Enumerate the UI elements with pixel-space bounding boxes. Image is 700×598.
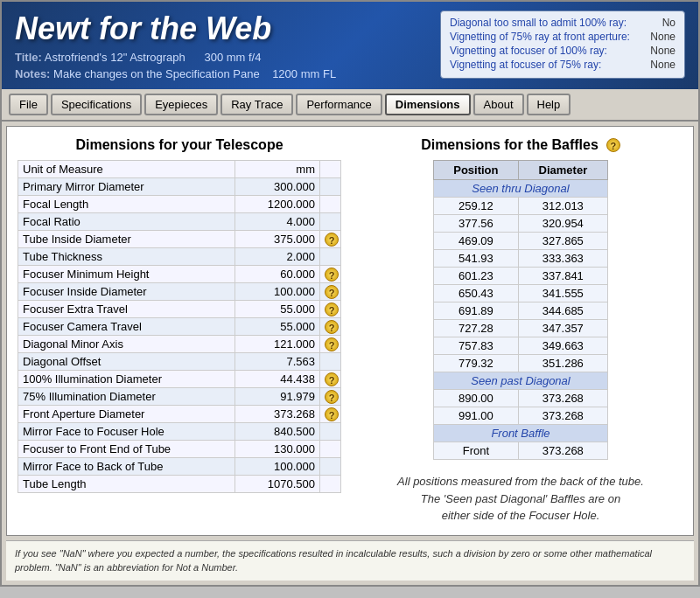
- table-row: Tube Length1070.500: [18, 476, 341, 493]
- dim-value: 1200.000: [235, 196, 320, 213]
- baffle-row: 259.12312.013: [434, 198, 608, 215]
- dim-label: Focuser Minimum Height: [18, 266, 235, 283]
- note-line-2: The 'Seen past Diagonal' Baffles are on: [359, 490, 682, 508]
- baffle-row: 757.83349.663: [434, 337, 608, 355]
- help-icon[interactable]: ?: [325, 337, 339, 351]
- baffle-position: 779.32: [434, 355, 519, 372]
- table-row: Tube Inside Diameter375.000?: [18, 231, 341, 248]
- dim-value: 373.268: [235, 406, 320, 423]
- baffle-position: 259.12: [434, 198, 519, 215]
- nav-tab-about[interactable]: About: [473, 94, 524, 115]
- focal-length: 300 mm f/4: [204, 51, 261, 64]
- dim-value: 60.000: [235, 266, 320, 283]
- nav-tab-performance[interactable]: Performance: [296, 94, 382, 115]
- nav-bar: FileSpecificationsEyepiecesRay TracePerf…: [2, 89, 698, 122]
- baffle-position: 541.93: [434, 250, 519, 268]
- status-label-1: Diagonal too small to admit 100% ray:: [450, 17, 626, 29]
- baffle-position: 890.00: [434, 390, 519, 407]
- table-row: Focuser to Front End of Tube130.000: [18, 441, 341, 458]
- baffle-section-header: Front Baffle: [434, 425, 608, 442]
- dim-label: Focuser to Front End of Tube: [18, 441, 235, 458]
- header-left: Newt for the Web Title: Astrofriend's 12…: [15, 10, 336, 80]
- main-content: Dimensions for your Telescope Unit of Me…: [6, 126, 694, 536]
- table-row: Focal Length1200.000: [18, 196, 341, 213]
- col-position: Position: [434, 161, 519, 180]
- dim-value: 300.000: [235, 178, 320, 196]
- table-row: Focal Ratio4.000: [18, 213, 341, 231]
- dim-label: Focal Length: [18, 196, 235, 213]
- note-line-1: All positions measured from the back of …: [359, 473, 682, 490]
- baffle-help-icon[interactable]: ?: [606, 138, 620, 152]
- help-icon[interactable]: ?: [325, 390, 339, 404]
- baffle-position: 757.83: [434, 337, 519, 355]
- status-value-4: None: [650, 59, 676, 71]
- dim-value: 55.000: [235, 301, 320, 318]
- baffle-diameter: 349.663: [518, 337, 607, 355]
- dim-label: Primary Mirror Diameter: [18, 178, 235, 196]
- status-row-1: Diagonal too small to admit 100% ray: No: [450, 17, 676, 29]
- baffle-notes: All positions measured from the back of …: [359, 473, 682, 525]
- table-row: Mirror Face to Focuser Hole840.500: [18, 423, 341, 441]
- table-row: 75% Illumination Diameter91.979?: [18, 388, 341, 406]
- baffle-diameter: 373.268: [518, 407, 607, 425]
- dim-label: Tube Length: [18, 476, 235, 493]
- baffle-diameter: 344.685: [518, 302, 607, 320]
- help-icon[interactable]: ?: [325, 320, 339, 334]
- notes-text: Make changes on the Specification Pane: [53, 67, 260, 80]
- dim-value: 100.000: [235, 458, 320, 476]
- title-label: Title:: [15, 51, 42, 64]
- baffle-section-header: Seen thru Diagonal: [434, 180, 608, 198]
- baffle-position: 991.00: [434, 407, 519, 425]
- dim-label: 75% Illumination Diameter: [18, 388, 235, 406]
- nav-tab-eyepieces[interactable]: Eyepieces: [144, 94, 218, 115]
- baffle-row: 779.32351.286: [434, 355, 608, 372]
- telescope-title: Astrofriend's 12" Astrograph: [45, 51, 186, 64]
- baffle-position: 377.56: [434, 215, 519, 233]
- baffle-row: Front373.268: [434, 442, 608, 460]
- nav-tab-ray-trace[interactable]: Ray Trace: [220, 94, 293, 115]
- nav-tab-file[interactable]: File: [9, 94, 48, 115]
- dim-label: Unit of Measure: [18, 161, 235, 178]
- dim-label: Mirror Face to Back of Tube: [18, 458, 235, 476]
- dim-value: 840.500: [235, 423, 320, 441]
- help-icon[interactable]: ?: [325, 372, 339, 386]
- right-panel-title: Dimensions for the Baffles ?: [359, 137, 682, 153]
- footer-text: If you see "NaN" where you expected a nu…: [15, 548, 652, 574]
- table-row: Mirror Face to Back of Tube100.000: [18, 458, 341, 476]
- baffle-diameter: 373.268: [518, 390, 607, 407]
- table-row: Unit of Measuremm: [18, 161, 341, 178]
- help-icon[interactable]: ?: [325, 302, 339, 316]
- dim-value: 121.000: [235, 336, 320, 353]
- note-line-3: either side of the Focuser Hole.: [359, 507, 682, 525]
- help-icon[interactable]: ?: [325, 285, 339, 299]
- baffle-position: 650.43: [434, 285, 519, 302]
- dim-value: 4.000: [235, 213, 320, 231]
- help-icon[interactable]: ?: [325, 233, 339, 247]
- table-row: Focuser Minimum Height60.000?: [18, 266, 341, 283]
- nav-tab-specifications[interactable]: Specifications: [51, 94, 142, 115]
- dim-label: Diagonal Offset: [18, 353, 235, 371]
- baffle-diameter: 327.865: [518, 233, 607, 250]
- table-row: 100% Illumination Diameter44.438?: [18, 371, 341, 388]
- help-icon[interactable]: ?: [325, 407, 339, 421]
- dim-value: 91.979: [235, 388, 320, 406]
- status-panel: Diagonal too small to admit 100% ray: No…: [440, 10, 685, 79]
- nav-tab-dimensions[interactable]: Dimensions: [385, 94, 471, 115]
- baffle-diameter: 341.555: [518, 285, 607, 302]
- baffle-row: 650.43341.555: [434, 285, 608, 302]
- dimensions-table: Unit of MeasuremmPrimary Mirror Diameter…: [18, 160, 341, 493]
- table-row: Diagonal Minor Axis121.000?: [18, 336, 341, 353]
- status-label-3: Vignetting at focuser of 100% ray:: [450, 45, 607, 57]
- status-label-2: Vignetting of 75% ray at front aperture:: [450, 31, 630, 43]
- nav-tab-help[interactable]: Help: [527, 94, 571, 115]
- help-icon[interactable]: ?: [325, 268, 339, 282]
- dim-value: 7.563: [235, 353, 320, 371]
- baffle-position: 601.23: [434, 268, 519, 285]
- right-panel: Dimensions for the Baffles ? Position Di…: [359, 137, 682, 525]
- table-row: Focuser Extra Travel55.000?: [18, 301, 341, 318]
- baffle-diameter: 337.841: [518, 268, 607, 285]
- baffle-diameter: 351.286: [518, 355, 607, 372]
- baffle-diameter: 373.268: [518, 442, 607, 460]
- dim-label: Focuser Extra Travel: [18, 301, 235, 318]
- table-row: Focuser Inside Diameter100.000?: [18, 283, 341, 301]
